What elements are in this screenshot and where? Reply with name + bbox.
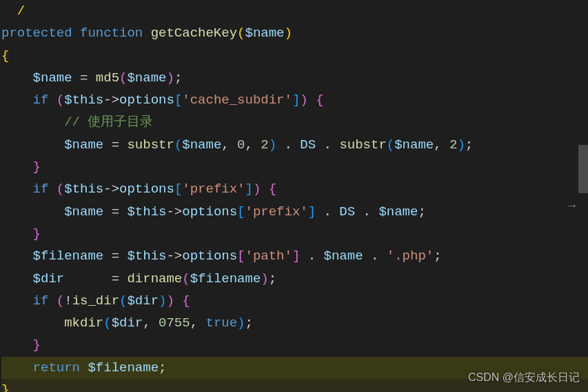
comma: ,	[245, 137, 261, 153]
code-line: if ($this->options['cache_subdir']) {	[1, 89, 588, 111]
number: 2	[261, 137, 268, 153]
variable: $dir	[112, 315, 143, 331]
string: 'cache_subdir'	[182, 92, 292, 108]
horizontal-scroll-icon[interactable]: →	[568, 195, 576, 217]
paren: )	[261, 271, 268, 286]
brace: {	[182, 293, 190, 308]
semicolon: ;	[245, 315, 253, 331]
code-line: }	[1, 223, 588, 245]
operator: =	[72, 70, 96, 86]
variable: $name	[245, 26, 284, 41]
paren: )	[253, 182, 261, 197]
bracket: [	[174, 182, 182, 197]
bracket: ]	[245, 182, 253, 197]
property: options	[182, 204, 237, 219]
boolean: true	[205, 315, 237, 331]
token: /	[1, 3, 25, 19]
code-line: }	[1, 334, 588, 356]
semicolon: ;	[418, 204, 425, 219]
code-editor[interactable]: / protected function getCacheKey($name) …	[0, 0, 588, 392]
number: 0	[237, 137, 245, 153]
paren: )	[166, 70, 174, 86]
variable: $name	[64, 204, 103, 219]
operator: =	[103, 137, 127, 153]
not: !	[64, 293, 72, 308]
paren: (	[182, 271, 190, 286]
paren: )	[166, 293, 174, 308]
paren: (	[119, 293, 127, 308]
concat: .	[276, 137, 300, 153]
arrow: ->	[103, 92, 119, 108]
semicolon: ;	[434, 248, 441, 264]
code-line: mkdir($dir, 0755, true);	[1, 312, 588, 334]
concat: .	[300, 248, 323, 264]
paren: )	[300, 92, 307, 108]
brace: {	[269, 182, 276, 197]
code-line: $dir = dirname($filename);	[1, 268, 588, 290]
function-call: substr	[127, 137, 174, 153]
keyword-function: function	[80, 26, 143, 41]
paren: )	[457, 137, 465, 153]
property: options	[182, 248, 237, 264]
variable: $name	[33, 70, 72, 86]
function-call: dirname	[127, 271, 182, 286]
bracket: ]	[308, 204, 316, 219]
bracket: ]	[292, 248, 300, 264]
comment: // 使用子目录	[64, 115, 153, 130]
paren: (	[103, 315, 111, 331]
paren: )	[285, 26, 292, 41]
function-name: getCacheKey	[151, 26, 237, 41]
variable: $filename	[33, 248, 104, 264]
bracket: [	[237, 248, 245, 264]
string: 'prefix'	[245, 204, 308, 219]
brace: }	[33, 337, 41, 353]
code-line: $filename = $this->options['path'] . $na…	[1, 245, 588, 267]
string: '.php'	[387, 248, 434, 264]
variable: $this	[127, 204, 166, 219]
concat: .	[355, 204, 378, 219]
keyword-protected: protected	[1, 26, 72, 41]
concat: .	[363, 248, 387, 264]
paren: )	[237, 315, 245, 331]
paren: (	[57, 92, 64, 108]
variable: $filename	[190, 271, 261, 286]
bracket: ]	[292, 92, 300, 108]
keyword-return: return	[33, 360, 80, 375]
bracket: [	[174, 92, 182, 108]
concat: .	[316, 204, 339, 219]
concat: .	[316, 137, 339, 153]
variable: $name	[127, 70, 166, 86]
brace: }	[1, 382, 9, 392]
paren: (	[57, 293, 64, 308]
comma: ,	[221, 137, 237, 153]
arrow: ->	[166, 204, 182, 219]
variable: $name	[394, 137, 434, 153]
variable: $dir	[127, 293, 159, 308]
keyword-if: if	[33, 92, 49, 108]
variable: $name	[324, 248, 363, 264]
comma: ,	[143, 315, 159, 331]
constant: DS	[339, 204, 355, 219]
semicolon: ;	[174, 70, 182, 86]
function-call: mkdir	[64, 315, 103, 331]
paren: (	[119, 70, 127, 86]
arrow: ->	[166, 248, 182, 264]
function-call: md5	[96, 70, 119, 86]
space	[143, 26, 150, 41]
function-call: is_dir	[72, 293, 119, 308]
variable: $filename	[88, 360, 159, 375]
semicolon: ;	[465, 137, 473, 153]
operator: =	[103, 248, 127, 264]
operator: =	[103, 204, 127, 219]
code-line: }	[1, 156, 588, 178]
operator: =	[112, 271, 128, 286]
function-call: substr	[339, 137, 386, 153]
number: 0755	[159, 315, 190, 331]
paren: )	[159, 293, 166, 308]
property: options	[119, 182, 174, 197]
watermark-text: CSDN @信安成长日记	[468, 368, 580, 386]
brace: {	[316, 92, 323, 108]
code-line: /	[1, 0, 588, 22]
brace: {	[1, 48, 9, 63]
scrollbar-thumb[interactable]	[578, 145, 588, 193]
